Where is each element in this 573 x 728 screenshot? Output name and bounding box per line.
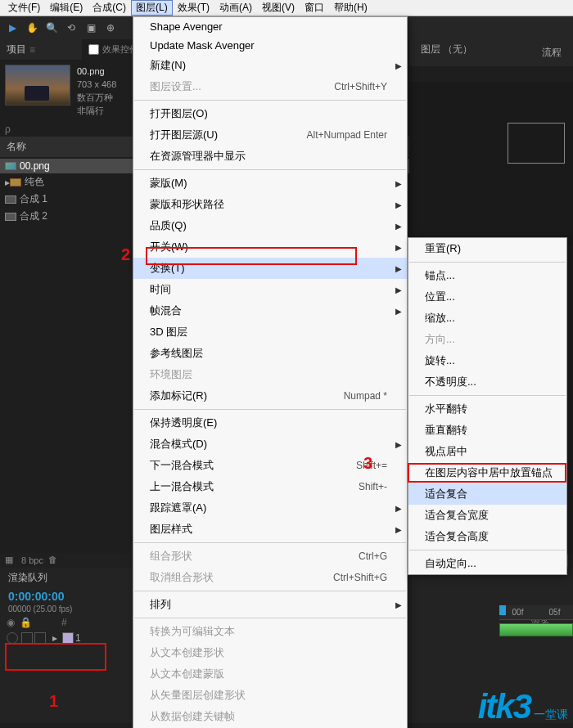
layer-menu-item[interactable]: Update Mask Avenger — [133, 36, 407, 55]
layer-menu-item[interactable]: 图层样式▶ — [133, 519, 407, 540]
menu-view[interactable]: 视图(V) — [257, 0, 300, 16]
layer-index: 1 — [75, 632, 81, 644]
menu-item-label: 从文本创建蒙版 — [150, 667, 224, 681]
layer-menu-item[interactable]: 上一混合模式Shift+- — [133, 476, 407, 497]
playhead-icon[interactable] — [499, 605, 506, 615]
solo-toggle[interactable] — [21, 632, 33, 644]
layer-menu-item[interactable]: 帧混合▶ — [133, 300, 407, 321]
layer-menu-item[interactable]: 品质(Q)▶ — [133, 215, 407, 236]
transform-menu-item[interactable]: 位置... — [408, 286, 566, 308]
layer-menu-item[interactable]: 排列▶ — [133, 594, 407, 615]
layer-menu-item[interactable]: 变换(T)▶ — [133, 258, 407, 279]
menu-item-label: 取消组合形状 — [150, 570, 214, 585]
menu-item-label: 变换(T) — [150, 261, 185, 276]
layer-menu-item[interactable]: 参考线图层 — [133, 343, 407, 364]
transform-menu-item[interactable]: 适合复合高度 — [408, 526, 566, 547]
transform-menu-item[interactable]: 缩放... — [408, 308, 566, 329]
menu-item-label: 3D 图层 — [150, 325, 187, 339]
layer-menu-item: 组合形状Ctrl+G — [133, 546, 407, 567]
transform-menu-item[interactable]: 视点居中 — [408, 441, 566, 462]
menu-item-label: 蒙版和形状路径 — [150, 197, 224, 212]
layer-panel-label: 图层 （无） — [413, 40, 481, 58]
menu-item-label: 帧混合 — [150, 303, 182, 318]
layer-menu-item[interactable]: 打开图层源(U)Alt+Numpad Enter — [133, 124, 407, 146]
menu-item-label: 跟踪遮罩(A) — [150, 501, 206, 515]
transform-menu-item[interactable]: 不透明度... — [408, 371, 566, 393]
layer-color-swatch[interactable] — [62, 632, 74, 644]
menu-window[interactable]: 窗口 — [300, 0, 329, 16]
transform-menu-item[interactable]: 重置(R) — [408, 238, 566, 259]
layer-menu-item[interactable]: 跟踪遮罩(A)▶ — [133, 497, 407, 519]
layer-duration-bar[interactable] — [499, 623, 573, 636]
transform-menu-item[interactable]: 垂直翻转 — [408, 420, 566, 441]
column-name[interactable]: 名称 — [7, 140, 26, 154]
layer-menu-item[interactable]: 3D 图层 — [133, 321, 407, 343]
visibility-toggle[interactable] — [7, 632, 18, 644]
layer-menu-item: 图层设置...Ctrl+Shift+Y — [133, 76, 407, 97]
menu-animation[interactable]: 动画(A) — [214, 0, 257, 16]
transform-menu-item[interactable]: 水平翻转 — [408, 398, 566, 420]
menu-item-shortcut: Shift+- — [359, 481, 387, 492]
layer-menu-item[interactable]: 蒙版和形状路径▶ — [133, 194, 407, 215]
menu-help[interactable]: 帮助(H) — [329, 0, 372, 16]
menu-item-label: 位置... — [425, 290, 455, 304]
hand-tool-icon[interactable]: ✋ — [25, 20, 39, 35]
transform-menu-item[interactable]: 自动定向... — [408, 553, 566, 574]
transform-menu-item[interactable]: 旋转... — [408, 350, 566, 371]
interpret-footage-icon[interactable]: ▦ — [5, 555, 16, 566]
menu-item-label: 蒙版(M) — [150, 176, 187, 191]
transform-menu-item[interactable]: 在图层内容中居中放置锚点 — [408, 462, 566, 483]
transform-menu-item[interactable]: 适合复合宽度 — [408, 505, 566, 526]
annotation-label-2: 2 — [121, 245, 130, 264]
time-ruler[interactable]: 00f 05f — [499, 605, 573, 636]
menu-item-shortcut: Numpad * — [344, 390, 387, 402]
rotate-tool-icon[interactable]: ⟲ — [64, 20, 79, 35]
menu-edit[interactable]: 编辑(E) — [45, 0, 88, 16]
layer-menu-item[interactable]: 保持透明度(E) — [133, 412, 407, 434]
layer-menu-item[interactable]: Shape Avenger — [133, 17, 407, 36]
camera-tool-icon[interactable]: ▣ — [83, 20, 98, 35]
menu-item-label: 混合模式(D) — [150, 437, 207, 452]
layer-menu-item: 从文本创建蒙版 — [133, 663, 407, 685]
layer-menu-item[interactable]: 蒙版(M)▶ — [133, 173, 407, 194]
menu-item-label: 转换为可编辑文本 — [150, 624, 235, 639]
menu-item-label: 适合复合宽度 — [425, 508, 489, 523]
selection-tool-icon[interactable]: ▶ — [5, 20, 20, 35]
layer-menu-item[interactable]: 开关(W)▶ — [133, 236, 407, 258]
transform-menu-separator — [409, 550, 566, 550]
transform-menu-item[interactable]: 适合复合 — [408, 483, 566, 505]
layer-menu-item[interactable]: 混合模式(D)▶ — [133, 434, 407, 455]
layer-menu-separator — [134, 409, 406, 410]
layer-menu-separator — [134, 542, 406, 543]
lock-column-icon: 🔒 — [20, 617, 32, 628]
menu-item-label: 打开图层(O) — [150, 106, 208, 121]
layer-menu-item: 取消组合形状Ctrl+Shift+G — [133, 567, 407, 588]
bpc-button[interactable]: 8 bpc — [21, 555, 43, 565]
layer-menu-item: 从数据创建关键帧 — [133, 706, 407, 727]
zoom-tool-icon[interactable]: 🔍 — [44, 20, 59, 35]
menu-composition[interactable]: 合成(C) — [88, 0, 131, 16]
viewer-area[interactable] — [409, 82, 573, 245]
layer-menu-item[interactable]: 新建(N)▶ — [133, 55, 407, 76]
transform-menu-item[interactable]: 锚点... — [408, 265, 566, 286]
project-tab[interactable]: 项目≡ — [0, 39, 82, 60]
lock-toggle[interactable] — [34, 632, 46, 644]
layer-menu-item[interactable]: 时间▶ — [133, 279, 407, 300]
trash-icon[interactable]: 🗑 — [48, 555, 60, 566]
panel-menu-icon[interactable]: ≡ — [29, 44, 35, 56]
layer-menu-item[interactable]: 在资源管理器中显示 — [133, 146, 407, 167]
submenu-arrow-icon: ▶ — [395, 222, 402, 231]
pan-behind-tool-icon[interactable]: ⊕ — [103, 20, 118, 35]
transform-menu-item: 方向... — [408, 329, 566, 350]
annotation-label-3: 3 — [363, 454, 372, 473]
submenu-arrow-icon: ▶ — [395, 504, 402, 513]
menu-item-label: 添加标记(R) — [150, 389, 207, 403]
project-panel: 项目≡ — [0, 39, 82, 60]
layer-menu-item[interactable]: 打开图层(O) — [133, 103, 407, 124]
submenu-arrow-icon: ▶ — [395, 243, 402, 252]
layer-menu-item[interactable]: 添加标记(R)Numpad * — [133, 385, 407, 407]
menu-item-label: 旋转... — [425, 353, 455, 368]
menu-file[interactable]: 文件(F) — [3, 0, 45, 16]
menu-layer[interactable]: 图层(L) — [131, 0, 173, 16]
menu-effect[interactable]: 效果(T) — [173, 0, 214, 16]
